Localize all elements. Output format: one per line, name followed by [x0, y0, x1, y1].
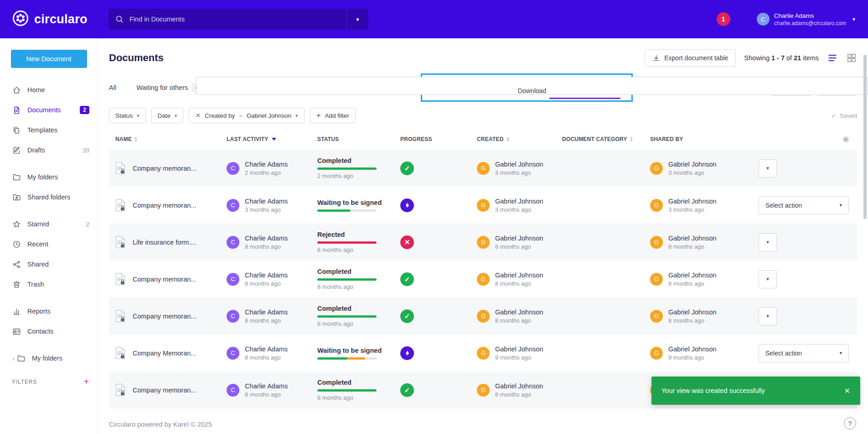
sort-icon[interactable]	[630, 137, 633, 141]
sort-desc-icon[interactable]	[272, 138, 276, 141]
sidebar-item-my-folders[interactable]: My folders	[0, 167, 98, 187]
created-text: Gabriel Johnson8 months ago	[495, 309, 543, 324]
grid-view-icon[interactable]	[846, 52, 857, 63]
shared-by-text: Gabriel Johnson8 months ago	[668, 309, 717, 324]
sidebar-item-label: Contacts	[27, 328, 89, 335]
action-dropdown-button[interactable]: ▾	[759, 159, 777, 178]
sidebar-item-drafts[interactable]: Drafts20	[0, 140, 98, 160]
column-header-shared-by[interactable]: SHARED BY	[644, 136, 752, 142]
document-name[interactable]: Company memoran...	[133, 276, 196, 283]
action-dropdown-button[interactable]: ▾	[759, 307, 777, 325]
created-text: Gabriel Johnson9 months ago	[495, 345, 543, 361]
notification-badge[interactable]: 1	[717, 12, 730, 26]
help-button[interactable]: ?	[844, 417, 856, 429]
sidebar-item-recent[interactable]: Recent	[0, 234, 98, 254]
last-activity-time: 8 months ago	[245, 354, 288, 361]
toast-close-icon[interactable]: ✕	[844, 387, 850, 395]
document-name[interactable]: Company memoran...	[133, 313, 196, 320]
sort-icon[interactable]	[134, 137, 137, 141]
add-filter-button[interactable]: + Add filter	[310, 108, 356, 123]
created-time: 8 months ago	[495, 243, 543, 250]
document-name[interactable]: Life insurance form....	[133, 239, 196, 246]
toast-message: Your view was created successfully	[661, 387, 765, 394]
sidebar-item-documents[interactable]: Documents2	[0, 100, 98, 120]
sidebar-item-reports[interactable]: Reports	[0, 301, 98, 321]
last-activity-name: Charlie Adams	[245, 198, 288, 205]
sidebar-item-home[interactable]: Home	[0, 80, 98, 100]
export-button[interactable]: Export document table	[645, 49, 736, 67]
last-activity-text: Charlie Adams8 months ago	[245, 272, 288, 287]
action-select-button[interactable]: Select action▾	[759, 344, 849, 362]
table-row: Company memoran...CCharlie Adams2 months…	[109, 150, 857, 187]
avatar: G	[477, 384, 490, 397]
column-header-status[interactable]: STATUS	[311, 136, 394, 142]
search-scope-dropdown[interactable]: ▾	[346, 9, 368, 30]
status-filter-dropdown[interactable]: Status ▾	[109, 108, 146, 123]
global-search[interactable]: ▾	[108, 9, 368, 30]
sidebar-item-contacts[interactable]: Contacts	[0, 321, 98, 341]
user-menu[interactable]: C Charlie Adams charlie.adams@circularo.…	[757, 12, 855, 26]
avatar: G	[650, 162, 663, 175]
created-cell: GGabriel Johnson8 months ago	[470, 272, 556, 287]
user-name: Charlie Adams	[774, 12, 846, 19]
action-split-button: Download▾	[759, 270, 849, 288]
shared-by-cell: GGabriel Johnson3 months ago	[644, 198, 752, 213]
sidebar-item-label: My folders	[27, 173, 89, 181]
sidebar-item-templates[interactable]: Templates	[0, 120, 98, 140]
progress-completed-check-icon: ✓	[400, 309, 414, 323]
chevron-down-icon[interactable]: ▾	[852, 16, 855, 22]
document-category-cell	[556, 352, 644, 354]
created-by-filter-chip[interactable]: ✕ Created by = Gabriel Johnson ▾	[189, 108, 304, 123]
sidebar-item-my-folders[interactable]: ›My folders	[0, 348, 98, 368]
sidebar-item-label: Shared folders	[27, 193, 89, 201]
document-category-cell	[556, 241, 644, 243]
tab-all[interactable]: All	[109, 81, 116, 94]
clock-icon	[12, 240, 21, 249]
new-document-button[interactable]: New Document	[11, 50, 87, 68]
document-name[interactable]: Company memoran...	[133, 202, 196, 209]
document-name-cell: Company memoran...	[109, 199, 220, 211]
add-sidebar-filter-icon[interactable]: +	[84, 376, 89, 387]
date-filter-dropdown[interactable]: Date ▾	[151, 108, 184, 123]
shared-by-cell: GGabriel Johnson8 months ago	[644, 235, 752, 250]
search-input[interactable]	[124, 16, 346, 23]
sidebar-item-shared[interactable]: Shared	[0, 254, 98, 274]
table-row: Company Memoran...CCharlie Adams8 months…	[109, 335, 857, 371]
list-view-icon[interactable]	[827, 52, 838, 63]
document-name[interactable]: Company memoran...	[133, 387, 196, 394]
action-dropdown-button[interactable]: ▾	[759, 270, 777, 288]
avatar: G	[650, 236, 663, 249]
sidebar-item-label: My folders	[32, 355, 89, 362]
action-dropdown-button[interactable]: ▾	[759, 233, 777, 251]
remove-filter-icon[interactable]: ✕	[195, 112, 201, 119]
column-header-label: NAME	[115, 136, 132, 142]
column-header-document-category[interactable]: DOCUMENT CATEGORY	[556, 136, 644, 142]
chevron-right-icon[interactable]: ›	[12, 355, 15, 362]
column-header-progress[interactable]: PROGRESS	[394, 136, 470, 142]
shared-by-name: Gabriel Johnson	[668, 272, 717, 279]
action-select-button[interactable]: Select action▾	[759, 196, 849, 214]
sidebar-item-shared-folders[interactable]: Shared folders	[0, 187, 98, 207]
sidebar-item-label: Documents	[27, 106, 73, 114]
shared-by-name: Gabriel Johnson	[668, 161, 717, 168]
vertical-scrollbar[interactable]	[863, 55, 867, 219]
status-cell: Completed2 months ago	[311, 157, 394, 179]
column-header-created[interactable]: CREATED	[470, 136, 556, 142]
shared-folder-icon	[12, 193, 21, 202]
table-header: NAMELAST ACTIVITYSTATUSPROGRESSCREATEDDO…	[109, 129, 857, 150]
document-name[interactable]: Company memoran...	[133, 165, 196, 172]
gear-icon[interactable]	[842, 136, 850, 143]
sidebar-item-trash[interactable]: Trash	[0, 274, 98, 294]
document-name[interactable]: Company Memoran...	[133, 350, 196, 357]
action-button[interactable]: Download	[196, 77, 868, 95]
column-header-name[interactable]: NAME	[109, 136, 220, 142]
sidebar-item-starred[interactable]: Starred2	[0, 214, 98, 234]
created-cell: GGabriel Johnson3 months ago	[470, 161, 556, 176]
tab-waiting-for-others[interactable]: Waiting for others44	[136, 80, 204, 95]
contacts-icon	[12, 327, 21, 336]
status-time: 8 months ago	[317, 246, 353, 253]
app-logo[interactable]: circularo	[0, 10, 98, 29]
sort-icon[interactable]	[506, 137, 509, 141]
topbar-right: 1 C Charlie Adams charlie.adams@circular…	[717, 12, 868, 26]
column-header-last-activity[interactable]: LAST ACTIVITY	[220, 136, 311, 142]
